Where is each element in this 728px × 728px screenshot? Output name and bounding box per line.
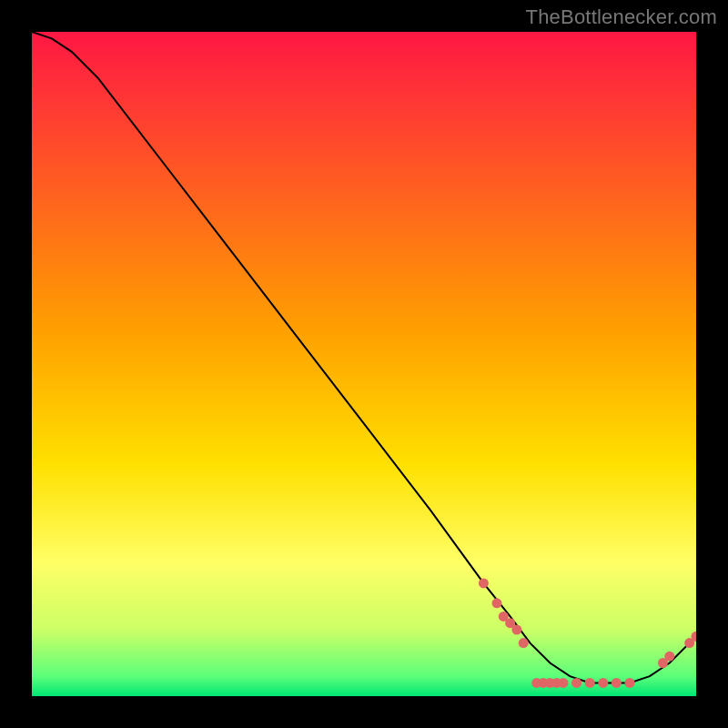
data-marker <box>559 678 569 688</box>
data-marker <box>492 598 502 608</box>
watermark-text: TheBottlenecker.com <box>526 5 717 29</box>
data-marker <box>598 678 608 688</box>
data-marker <box>511 625 521 635</box>
data-marker <box>612 678 622 688</box>
data-marker <box>625 678 635 688</box>
gradient-panel <box>32 32 696 696</box>
data-marker <box>519 638 529 648</box>
data-marker <box>664 652 674 662</box>
data-marker <box>571 678 581 688</box>
data-marker <box>585 678 595 688</box>
chart-frame: TheBottlenecker.com <box>0 0 728 728</box>
data-marker <box>479 578 489 588</box>
bottleneck-chart <box>32 32 696 696</box>
